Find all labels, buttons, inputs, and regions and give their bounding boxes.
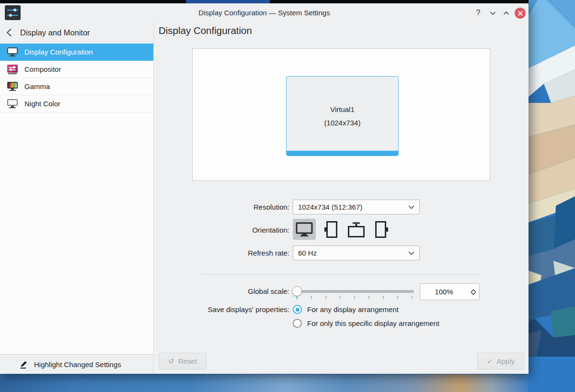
chevron-down-icon	[490, 11, 496, 15]
compositor-icon	[7, 65, 18, 74]
monitor-preview[interactable]: Virtual1 (1024x734)	[286, 76, 399, 156]
sidebar-title: Display and Monitor	[20, 28, 90, 37]
slider-tick	[340, 296, 341, 299]
sidebar: Display Configuration Compositor Gamma	[0, 44, 153, 354]
sidebar-item-label: Gamma	[24, 82, 50, 90]
reset-button[interactable]: ↺ Reset	[159, 353, 207, 370]
sidebar-item-gamma[interactable]: Gamma	[0, 78, 153, 95]
system-settings-window: Display Configuration — System Settings …	[0, 3, 529, 374]
minimize-button[interactable]	[487, 7, 498, 19]
slider-tick	[397, 296, 398, 299]
window-title: Display Configuration — System Settings	[0, 9, 529, 17]
chevron-down-icon	[471, 291, 476, 295]
monitor-portrait-flipped-icon	[375, 221, 390, 238]
back-chevron-icon	[6, 28, 12, 37]
sidebar-item-label: Night Color	[24, 100, 60, 108]
sidebar-item-label: Compositor	[24, 65, 61, 73]
monitor-bottom-bar	[287, 151, 398, 156]
orientation-button-landscape-flipped[interactable]	[345, 219, 368, 240]
refresh-rate-value: 60 Hz	[298, 249, 317, 257]
help-icon: ?	[476, 9, 481, 17]
sidebar-item-night-color[interactable]: Night Color	[0, 95, 153, 112]
sidebar-footer: Highlight Changed Settings	[0, 354, 153, 374]
close-button[interactable]	[515, 8, 526, 19]
monitor-name: Virtual1	[330, 105, 355, 113]
screen-preview-panel: Virtual1 (1024x734)	[192, 48, 490, 181]
slider-tick-active	[297, 296, 298, 299]
global-scale-label: Global scale:	[154, 287, 289, 295]
chevron-down-icon	[408, 205, 414, 209]
slider-tick	[383, 296, 384, 299]
sidebar-item-compositor[interactable]: Compositor	[0, 61, 153, 78]
reset-button-label: Reset	[178, 357, 197, 365]
radio-button-unchecked-icon[interactable]	[293, 319, 302, 328]
highlight-changed-settings-label: Highlight Changed Settings	[34, 360, 121, 369]
radio-button-checked-icon[interactable]	[293, 305, 302, 314]
slider-tick	[311, 296, 312, 299]
global-scale-slider-track[interactable]	[296, 290, 414, 293]
radio-option-label: For only this specific display arrangeme…	[307, 319, 439, 327]
global-scale-value: 100%	[420, 288, 468, 296]
top-panel-strip-accent	[186, 0, 270, 3]
radio-any-display-arrangement[interactable]: For any display arrangement	[293, 305, 399, 314]
save-properties-label: Save displays' properties:	[154, 305, 289, 314]
radio-specific-display-arrangement[interactable]: For only this specific display arrangeme…	[293, 319, 439, 328]
global-scale-slider-handle[interactable]	[292, 286, 302, 296]
close-icon	[515, 8, 526, 19]
top-panel-strip	[0, 0, 529, 3]
monitor-icon	[7, 47, 18, 57]
undo-icon: ↺	[168, 357, 174, 366]
checkmark-icon: ✓	[487, 357, 493, 366]
maximize-button[interactable]	[500, 7, 512, 19]
apply-button-label: Apply	[497, 357, 515, 365]
back-button[interactable]: Display and Monitor	[0, 22, 153, 44]
refresh-rate-label: Refresh rate:	[154, 249, 289, 257]
section-separator	[201, 274, 481, 275]
resolution-value: 1024x734 (512:367)	[298, 203, 362, 211]
refresh-rate-dropdown[interactable]: 60 Hz	[293, 246, 420, 260]
night-color-icon	[7, 99, 18, 109]
monitor-resolution: (1024x734)	[324, 119, 361, 127]
monitor-landscape-flipped-icon	[347, 222, 365, 237]
slider-tick	[325, 296, 326, 299]
orientation-button-landscape[interactable]	[293, 219, 316, 240]
help-button[interactable]: ?	[472, 7, 484, 19]
titlebar[interactable]: Display Configuration — System Settings …	[0, 3, 529, 22]
slider-tick	[368, 296, 369, 299]
desktop: Display Configuration — System Settings …	[0, 0, 575, 392]
gamma-icon	[7, 82, 18, 91]
slider-tick	[354, 296, 355, 299]
orientation-button-portrait[interactable]	[319, 219, 342, 240]
highlighter-icon	[19, 360, 28, 369]
orientation-button-portrait-flipped[interactable]	[370, 219, 393, 240]
sidebar-header: Display and Monitor	[0, 22, 153, 44]
chevron-down-icon	[408, 251, 414, 255]
sidebar-item-label: Display Configuration	[24, 48, 93, 56]
resolution-label: Resolution:	[154, 203, 289, 211]
radio-option-label: For any display arrangement	[307, 305, 399, 314]
sidebar-item-display-configuration[interactable]: Display Configuration	[0, 44, 153, 61]
global-scale-spinbox[interactable]: 100%	[420, 283, 480, 300]
page-title: Display Configuration	[159, 25, 252, 36]
desktop-wallpaper-bottom	[0, 374, 529, 392]
monitor-portrait-icon	[323, 221, 338, 238]
apply-button[interactable]: ✓ Apply	[477, 353, 524, 370]
spinbox-down-button[interactable]	[471, 289, 476, 297]
content-area: Display Configuration Virtual1 (1024x734…	[154, 22, 529, 374]
chevron-up-icon	[503, 11, 509, 15]
resolution-dropdown[interactable]: 1024x734 (512:367)	[293, 200, 420, 214]
slider-tick	[412, 296, 413, 299]
orientation-label: Orientation:	[154, 226, 289, 234]
highlight-changed-settings-button[interactable]: Highlight Changed Settings	[0, 355, 153, 374]
monitor-landscape-icon	[296, 222, 313, 237]
